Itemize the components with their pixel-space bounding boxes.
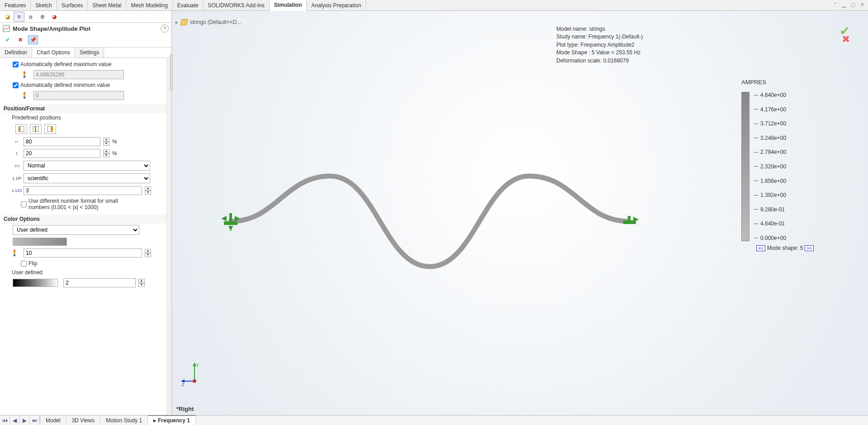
svg-rect-2 [24, 92, 25, 99]
sub-tab-chart-options[interactable]: Chart Options [32, 48, 75, 57]
width-mode-select[interactable]: Normal [24, 161, 150, 171]
panel-scrollbar[interactable] [166, 58, 171, 415]
decimals-icon: x.123 [13, 186, 21, 195]
legend-bar [741, 92, 749, 241]
plot-icon [3, 25, 10, 32]
svg-rect-9 [14, 250, 15, 256]
restore-window-icon[interactable]: ▢ [849, 1, 857, 8]
tab-first-icon[interactable]: ⏮ [0, 415, 10, 425]
decimals-field[interactable] [24, 186, 142, 195]
help-icon[interactable]: ? [161, 24, 169, 33]
ok-button[interactable]: ✔ [3, 35, 13, 44]
svg-text:y: y [196, 362, 199, 367]
pin-button[interactable]: 📌 [28, 35, 38, 44]
pos-center-button[interactable] [30, 124, 42, 134]
minimize-window-icon[interactable]: ▁ [840, 1, 848, 8]
ribbon-tab-analysis-prep[interactable]: Analysis Preparation [307, 0, 366, 10]
panel-splitter[interactable] [170, 54, 173, 91]
pos-right-button[interactable] [44, 124, 56, 134]
pos-left-button[interactable] [15, 124, 27, 134]
user-defined-label: User defined [12, 269, 43, 276]
ribbon-tab-features[interactable]: Features [0, 0, 31, 10]
ribbon-tab-sketch[interactable]: Sketch [31, 0, 57, 10]
gradient-bar[interactable] [13, 279, 58, 287]
property-manager-icon[interactable]: ≡ [14, 12, 24, 22]
svg-rect-7 [52, 126, 53, 132]
ribbon-tab-surfaces[interactable]: Surfaces [57, 0, 88, 10]
configuration-icon[interactable]: ⧈ [25, 12, 36, 22]
breadcrumb-caret-icon[interactable]: ▸ [175, 19, 178, 25]
h-pos-field[interactable] [24, 137, 100, 146]
diff-format-label: Use different number format for small nu… [28, 198, 133, 210]
min-color-icon [23, 91, 31, 100]
bottom-tab-3dviews[interactable]: 3D Views [66, 415, 100, 425]
format-icon: 1.10² [13, 174, 21, 182]
flip-checkbox[interactable] [21, 261, 27, 267]
view-triad[interactable]: y z [181, 361, 208, 388]
panel-scroll-area[interactable]: Automatically defined maximum value Auto… [0, 58, 171, 415]
user-def-field[interactable] [63, 278, 136, 287]
display-manager-icon[interactable]: ◕ [49, 12, 60, 22]
legend-tick: 4.176e+00 [754, 106, 786, 113]
number-format-select[interactable]: scientific [24, 173, 150, 183]
v-pos-spinner[interactable]: ▲▼ [103, 149, 109, 158]
bottom-tab-model[interactable]: Model [40, 415, 66, 425]
svg-rect-3 [19, 126, 20, 132]
auto-max-label: Automatically defined maximum value [20, 61, 111, 67]
auto-max-checkbox[interactable] [13, 62, 19, 67]
part-icon [180, 19, 188, 25]
v-pos-field[interactable] [24, 149, 100, 158]
color-mode-select[interactable]: User defined [13, 225, 139, 235]
sub-tab-definition[interactable]: Definition [0, 48, 32, 57]
color-legend[interactable]: AMPRES 4.640e+00 4.176e+00 3.712e+00 3.2… [741, 79, 814, 251]
color-swatch[interactable] [13, 238, 67, 246]
legend-tick: 1.856e+00 [754, 178, 786, 184]
info-study-name: Study name: Frequency 1(-Default-) [556, 33, 643, 41]
tab-last-icon[interactable]: ⏭ [30, 415, 40, 425]
bottom-tab-motion[interactable]: Motion Study 1 [100, 415, 148, 425]
feature-tree-icon[interactable]: ◪ [2, 12, 13, 22]
svg-text:z: z [182, 382, 184, 387]
dimxpert-icon[interactable]: ⊕ [37, 12, 48, 22]
sub-tab-settings[interactable]: Settings [75, 48, 104, 57]
ribbon-tab-simulation[interactable]: Simulation [270, 0, 307, 11]
next-mode-button[interactable]: >> [805, 245, 814, 251]
property-manager-panel: ◪ ≡ ⧈ ⊕ ◕ Mode Shape/Amplitude Plot ? ✔ … [0, 11, 172, 415]
svg-rect-1 [24, 72, 25, 78]
prev-mode-button[interactable]: << [756, 245, 765, 251]
decimals-spinner[interactable]: ▲▼ [145, 186, 151, 195]
h-pos-spinner[interactable]: ▲▼ [103, 138, 109, 146]
collapse-ribbon-icon[interactable]: ⌃ [831, 1, 839, 8]
close-window-icon[interactable]: ✕ [858, 1, 866, 8]
levels-spinner[interactable]: ▲▼ [145, 249, 151, 257]
levels-field[interactable] [24, 248, 142, 258]
min-value-field [33, 91, 124, 100]
width-icon: ▭ [13, 162, 21, 170]
info-deformation: Deformation scale: 0.0168079 [556, 57, 643, 65]
ribbon-tab-mesh-modeling[interactable]: Mesh Modeling [126, 0, 172, 10]
user-def-spinner[interactable]: ▲▼ [138, 279, 145, 287]
legend-tick: 9.280e-01 [754, 206, 786, 213]
auto-min-checkbox[interactable] [13, 82, 19, 88]
position-format-head[interactable]: Position/Format˄ [3, 104, 169, 113]
diff-format-checkbox[interactable] [21, 201, 27, 207]
close-plot-icon[interactable]: ✖ [842, 33, 850, 45]
color-options-head[interactable]: Color Options˄ [3, 215, 169, 224]
panel-sub-tabs: Definition Chart Options Settings [0, 47, 171, 58]
ribbon-tab-sheet-metal[interactable]: Sheet Metal [88, 0, 126, 10]
legend-tick: 4.640e+00 [754, 92, 786, 98]
graphics-viewport[interactable]: ▸ strings (Default<<D... ✔ ✖ Model name:… [172, 11, 868, 415]
ribbon-tab-addins[interactable]: SOLIDWORKS Add-Ins [204, 0, 270, 10]
h-pos-icon: ↔ [13, 138, 21, 146]
tab-next-icon[interactable]: ▶ [20, 415, 30, 425]
flip-label: Flip [28, 260, 37, 267]
bottom-tab-frequency[interactable]: ▸Frequency 1 [148, 415, 196, 425]
bottom-tab-bar: ⏮ ◀ ▶ ⏭ Model 3D Views Motion Study 1 ▸F… [0, 415, 868, 425]
breadcrumb-label[interactable]: strings (Default<<D... [190, 19, 241, 25]
tab-prev-icon[interactable]: ◀ [10, 415, 20, 425]
breadcrumb[interactable]: ▸ strings (Default<<D... [175, 19, 241, 25]
ribbon-tab-evaluate[interactable]: Evaluate [173, 0, 204, 10]
auto-min-label: Automatically defined minimum value [20, 82, 110, 88]
predefined-positions-label: Predefined positions [12, 115, 61, 121]
cancel-button[interactable]: ✖ [15, 35, 25, 44]
